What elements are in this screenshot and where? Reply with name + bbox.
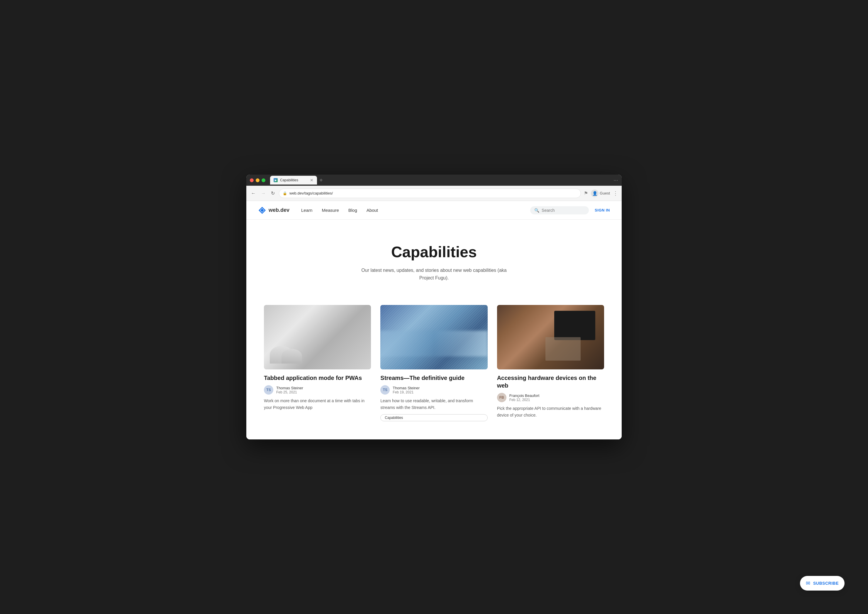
url-bar[interactable]: 🔒 web.dev/tags/capabilities/ (279, 189, 581, 198)
minimize-dot[interactable] (256, 178, 260, 182)
sign-in-button[interactable]: SIGN IN (595, 208, 610, 212)
lock-icon: 🔒 (283, 191, 287, 195)
author-row: FB François Beaufort Feb 12, 2021 (497, 393, 604, 402)
article-thumbnail (380, 305, 487, 369)
article-date: Feb 19, 2021 (393, 390, 420, 394)
author-name: Thomas Steiner (393, 386, 420, 390)
author-name: Thomas Steiner (276, 386, 303, 390)
nav-about[interactable]: About (367, 208, 378, 213)
avatar-initials: TS (266, 388, 271, 392)
logo-text: web.dev (269, 207, 289, 213)
article-description: Learn how to use readable, writable, and… (380, 397, 487, 411)
back-button[interactable]: ← (250, 189, 257, 197)
avatar: TS (264, 385, 273, 395)
author-row: TS Thomas Steiner Feb 19, 2021 (380, 385, 487, 395)
article-card: Streams—The definitive guide TS Thomas S… (380, 305, 487, 422)
hero-title: Capabilities (258, 243, 610, 261)
window-controls: ⋯ (613, 178, 618, 183)
nav-right: 🔍 SIGN IN (530, 206, 610, 214)
main-nav: Learn Measure Blog About (301, 208, 378, 213)
article-title: Accessing hardware devices on the web (497, 374, 604, 389)
profile-area: ⚑ 👤 Guest ⋮ (584, 189, 618, 197)
article-card: Accessing hardware devices on the web FB… (497, 305, 604, 422)
extension-icon: ⚑ (584, 191, 588, 196)
tab-title: Capabilities (280, 178, 298, 182)
avatar-initials: TS (383, 388, 387, 392)
logo-icon (258, 206, 266, 214)
author-info: Thomas Steiner Feb 25, 2021 (276, 386, 303, 394)
article-description: Work on more than one document at a time… (264, 397, 371, 411)
avatar: TS (380, 385, 390, 395)
author-name: François Beaufort (509, 394, 540, 398)
article-description: Pick the appropriate API to communicate … (497, 405, 604, 418)
reload-button[interactable]: ↻ (270, 189, 276, 197)
close-dot[interactable] (250, 178, 254, 182)
page-wrapper: web.dev Learn Measure Blog About 🔍 SIGN … (246, 201, 622, 439)
browser-window: ▶ Capabilities ✕ + ⋯ ← → ↻ 🔒 web.dev/tag… (246, 175, 622, 439)
profile-button[interactable]: 👤 Guest (591, 189, 610, 197)
search-input[interactable] (541, 208, 585, 213)
hero-section: Capabilities Our latest news, updates, a… (246, 220, 622, 299)
avatar: FB (497, 393, 506, 402)
menu-icon[interactable]: ⋮ (613, 190, 618, 197)
forward-button[interactable]: → (260, 189, 267, 197)
page-content: web.dev Learn Measure Blog About 🔍 SIGN … (246, 201, 622, 439)
nav-measure[interactable]: Measure (322, 208, 339, 213)
tab-bar: ▶ Capabilities ✕ + (270, 176, 611, 185)
search-bar[interactable]: 🔍 (530, 206, 589, 214)
profile-label: Guest (600, 191, 610, 195)
article-title: Streams—The definitive guide (380, 374, 487, 382)
article-thumbnail (264, 305, 371, 369)
author-info: François Beaufort Feb 12, 2021 (509, 394, 540, 402)
logo-link[interactable]: web.dev (258, 206, 289, 214)
title-bar: ▶ Capabilities ✕ + ⋯ (246, 175, 622, 186)
article-tag[interactable]: Capabilities (380, 414, 487, 421)
url-text: web.dev/tags/capabilities/ (289, 191, 333, 195)
nav-blog[interactable]: Blog (348, 208, 357, 213)
tab-close-button[interactable]: ✕ (310, 178, 313, 183)
author-row: TS Thomas Steiner Feb 25, 2021 (264, 385, 371, 395)
article-date: Feb 12, 2021 (509, 398, 540, 402)
new-tab-button[interactable]: + (318, 177, 324, 183)
articles-grid: Tabbed application mode for PWAs TS Thom… (246, 299, 622, 439)
avatar-initials: FB (499, 395, 504, 400)
site-header: web.dev Learn Measure Blog About 🔍 SIGN … (246, 201, 622, 220)
article-thumbnail (497, 305, 604, 369)
search-icon: 🔍 (534, 208, 539, 213)
maximize-dot[interactable] (261, 178, 265, 182)
hero-description: Our latest news, updates, and stories ab… (361, 267, 507, 282)
nav-learn[interactable]: Learn (301, 208, 312, 213)
traffic-lights (250, 178, 265, 182)
author-info: Thomas Steiner Feb 19, 2021 (393, 386, 420, 394)
address-bar: ← → ↻ 🔒 web.dev/tags/capabilities/ ⚑ 👤 G… (246, 186, 622, 201)
article-card: Tabbed application mode for PWAs TS Thom… (264, 305, 371, 422)
article-date: Feb 25, 2021 (276, 390, 303, 394)
active-tab[interactable]: ▶ Capabilities ✕ (270, 176, 317, 185)
article-title: Tabbed application mode for PWAs (264, 374, 371, 382)
tab-favicon: ▶ (274, 178, 278, 182)
avatar: 👤 (591, 189, 599, 197)
